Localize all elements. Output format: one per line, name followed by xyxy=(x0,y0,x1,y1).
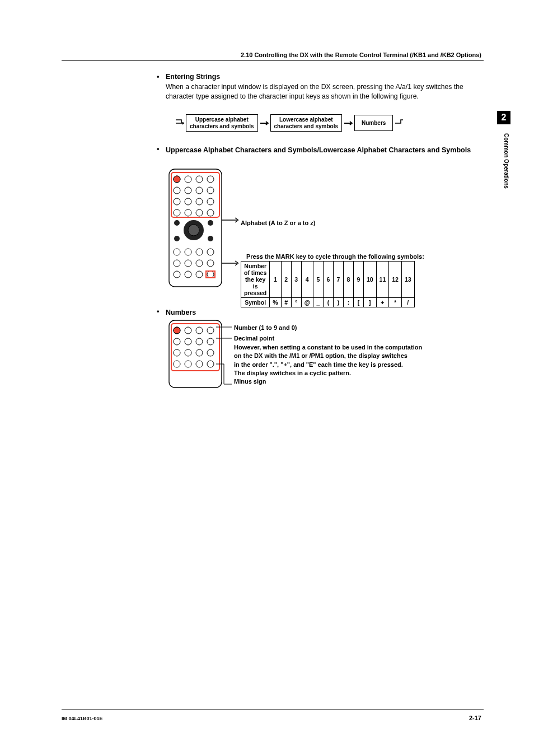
footer-page: 2-17 xyxy=(469,715,481,721)
chapter-tab: 2 xyxy=(497,111,510,124)
remote-diagram xyxy=(166,167,238,290)
flow-box-upper: Uppercase alphabetcharacters and symbols xyxy=(186,114,258,132)
svg-point-22 xyxy=(208,220,213,226)
flow-box-lower: Lowercase alphabetcharacters and symbols xyxy=(270,114,343,132)
section-header: 2.10 Controlling the DX with the Remote … xyxy=(241,52,481,58)
b1-title: Entering Strings xyxy=(166,73,220,81)
bullet-icon: • xyxy=(157,307,160,315)
numbers-labels: Number (1 to 9 and 0) Decimal point Howe… xyxy=(234,324,480,386)
svg-point-20 xyxy=(188,225,199,236)
bullet-icon: • xyxy=(157,72,160,82)
b2-title: Uppercase Alphabet Characters and Symbol… xyxy=(166,146,471,154)
remote-diagram-numbers xyxy=(166,318,238,396)
para-alphabet: • Uppercase Alphabet Characters and Symb… xyxy=(166,144,479,155)
mark-label: Press the MARK key to cycle through the … xyxy=(246,253,424,260)
b1-text: When a character input window is display… xyxy=(166,83,463,101)
mode-flow: Uppercase alphabetcharacters and symbols… xyxy=(175,114,404,132)
svg-point-24 xyxy=(208,236,213,241)
flow-box-numbers: Numbers xyxy=(354,115,393,132)
bullet-icon: • xyxy=(157,144,160,153)
svg-point-23 xyxy=(174,236,180,241)
symbol-table: Number of timesthe key is pressed 123456… xyxy=(241,261,415,307)
footer-doc-id: IM 04L41B01-01E xyxy=(62,716,103,721)
para-numbers: • Numbers xyxy=(166,307,196,317)
para-entering-strings: • Entering Strings When a character inpu… xyxy=(166,72,479,102)
alphabet-label: Alphabet (A to Z or a to z) xyxy=(241,220,315,226)
chapter-name: Common Operations xyxy=(503,133,509,189)
b3-title: Numbers xyxy=(166,309,196,316)
svg-point-21 xyxy=(174,220,180,226)
